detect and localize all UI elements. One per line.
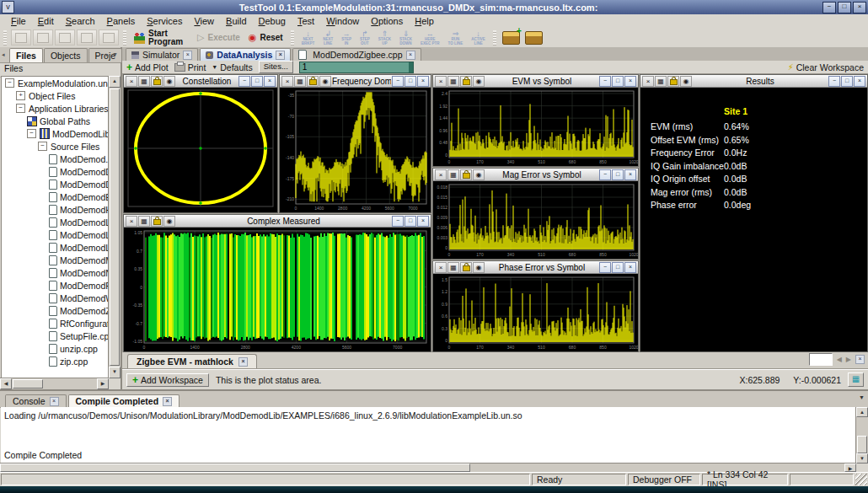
tab-close-icon[interactable]: × — [50, 397, 59, 406]
add-plot-button[interactable]: + Add Plot — [126, 62, 169, 72]
execute-button[interactable]: ▷ Execute — [193, 29, 244, 46]
panel-body[interactable]: 0.0180.0150.0120.0090.0060.0030017034051… — [433, 181, 638, 259]
workspace-tab-zigbee-evm[interactable]: Zigbee EVM - mathlock × — [127, 354, 257, 368]
x-tool-icon[interactable]: × — [126, 76, 137, 87]
panel-close-button[interactable]: × — [854, 76, 865, 87]
debug-active-line-button[interactable]: ↓ACTIVE LINE — [467, 29, 490, 46]
tree-item[interactable]: Global Paths — [2, 115, 108, 127]
debug-next-line-button[interactable]: ↲NEXT LINE — [319, 29, 337, 46]
scrollbar-thumb[interactable] — [0, 464, 470, 472]
workspace-close-button[interactable]: × — [855, 355, 865, 364]
panel-maximize-button[interactable]: □ — [612, 169, 624, 180]
collapse-icon[interactable]: − — [38, 142, 47, 151]
debug-stack-up-button[interactable]: ⇑STACK UP — [374, 29, 395, 46]
frequency-plot[interactable]: -35-70-105-140-175-210014002800420056007… — [280, 88, 431, 212]
panel-minimize-button[interactable]: − — [599, 262, 611, 273]
scrollbar-thumb[interactable] — [857, 436, 867, 453]
lock-tool-icon[interactable] — [460, 169, 472, 180]
menu-window[interactable]: Window — [320, 15, 365, 27]
tree-item[interactable]: ModDemodNs — [2, 266, 108, 279]
file-tool-icon-3[interactable] — [55, 29, 75, 46]
tree-item[interactable]: +Object Files — [2, 89, 108, 102]
console-vertical-scrollbar[interactable]: ▲ ▼ — [855, 407, 868, 464]
console-menu-button[interactable]: ▼ — [859, 394, 865, 400]
constellation-plot[interactable] — [124, 88, 277, 212]
archive-chest-icon[interactable] — [525, 31, 543, 45]
tree-item[interactable]: ModDemodEd — [2, 190, 108, 203]
scrollbar-track[interactable] — [470, 464, 844, 472]
collapse-icon[interactable]: − — [16, 104, 25, 113]
tree-item[interactable]: ModDemodDs — [2, 178, 108, 190]
lock-tool-icon[interactable] — [307, 76, 319, 87]
debug-step-in-button[interactable]: →STEP IN — [337, 29, 356, 46]
debug-run-to-line-button[interactable]: ⇒RUN TO LINE — [444, 29, 468, 46]
eye-tool-icon[interactable]: ◉ — [473, 262, 485, 273]
sidebar-vertical-scrollbar[interactable]: ▲ ▼ — [108, 76, 121, 378]
tab-dataanalysis[interactable]: DataAnalysis× — [200, 48, 291, 61]
tab-close-icon[interactable]: × — [163, 397, 172, 406]
sidebar-tabs-scroll-left[interactable]: ◂ — [2, 51, 5, 58]
grid-tool-icon[interactable]: ▦ — [655, 76, 667, 87]
panel-close-button[interactable]: × — [417, 76, 429, 87]
debug-stack-down-button[interactable]: ⇓STACK DOWN — [395, 29, 416, 46]
evm-plot[interactable]: 2.41.921.440.960.48001703405106808501020 — [433, 88, 638, 166]
panel-body[interactable]: 1.050.70.350-0.35-0.7-1.0501400280042005… — [124, 228, 431, 351]
tree-item[interactable]: −Source Files — [2, 140, 108, 153]
tree-item[interactable]: unzip.cpp — [2, 342, 108, 355]
grid-tool-icon[interactable]: ▦ — [138, 76, 150, 87]
tree-item[interactable]: ModDemodMa — [2, 254, 108, 266]
file-tool-icon-1[interactable] — [11, 29, 31, 46]
tree-item[interactable]: ModDemodLte — [2, 241, 108, 254]
menu-view[interactable]: View — [188, 15, 220, 27]
tab-simulator[interactable]: Simulator× — [126, 48, 198, 61]
tree-item[interactable]: −ModDemodLib — [2, 127, 108, 140]
panel-maximize-button[interactable]: □ — [612, 76, 624, 87]
panel-body[interactable]: -35-70-105-140-175-210014002800420056007… — [280, 88, 431, 212]
eye-tool-icon[interactable]: ◉ — [319, 76, 331, 87]
debug-next-brkpt-button[interactable]: ↓NEXT BRKPT — [297, 29, 319, 46]
app-icon[interactable]: v — [2, 1, 14, 13]
add-workspace-button[interactable]: + Add Workspace — [126, 373, 209, 387]
complex-plot[interactable]: 1.050.70.350-0.35-0.7-1.0501400280042005… — [124, 228, 431, 351]
tab-close-icon[interactable]: × — [406, 51, 415, 60]
menu-help[interactable]: Help — [409, 15, 440, 27]
panel-body[interactable]: 1.51.20.90.60.3001703405106808501020 — [433, 274, 638, 351]
collapse-icon[interactable]: − — [27, 129, 36, 138]
scroll-right-icon[interactable]: ▶ — [844, 464, 856, 472]
scroll-right-icon[interactable]: ▶ — [97, 378, 109, 389]
lock-tool-icon[interactable] — [460, 262, 472, 273]
scroll-down-icon[interactable]: ▼ — [109, 367, 121, 378]
x-tool-icon[interactable]: × — [281, 76, 293, 87]
plot-grid-toggle-button[interactable]: ▦ — [848, 372, 864, 387]
sidebar-horizontal-scrollbar[interactable]: ◀ ▶ — [0, 378, 109, 389]
expand-icon[interactable]: + — [16, 91, 25, 100]
debug-here-exec-ptr-button[interactable]: ↔HERE EXEC PTR — [416, 29, 444, 46]
x-tool-icon[interactable]: × — [435, 76, 447, 87]
panel-body[interactable]: 2.41.921.440.960.48001703405106808501020 — [433, 88, 638, 166]
print-button[interactable]: Print — [174, 62, 206, 72]
panel-close-button[interactable]: × — [417, 216, 429, 227]
file-tool-icon-5[interactable] — [99, 29, 119, 46]
panel-maximize-button[interactable]: □ — [405, 216, 416, 227]
eye-tool-icon[interactable]: ◉ — [473, 169, 485, 180]
defaults-button[interactable]: ▼ Defaults — [212, 62, 252, 72]
tree-item[interactable]: zip.cpp — [2, 355, 108, 367]
tree-item[interactable]: −ExampleModulation.una — [2, 77, 108, 89]
panel-maximize-button[interactable]: □ — [405, 76, 416, 87]
panel-maximize-button[interactable]: □ — [612, 262, 624, 273]
resize-grip[interactable] — [855, 474, 867, 485]
scrollbar-thumb[interactable] — [110, 88, 120, 366]
scrollbar-track[interactable] — [44, 378, 97, 389]
mag-plot[interactable]: 0.0180.0150.0120.0090.0060.0030017034051… — [433, 181, 638, 259]
workspace-tab-close-icon[interactable]: × — [238, 357, 248, 367]
grid-tool-icon[interactable]: ▦ — [447, 262, 459, 273]
archive-chest-add-icon[interactable]: + — [502, 31, 520, 45]
grid-tool-icon[interactable]: ▦ — [447, 76, 459, 87]
tab-scroll-right-button[interactable]: ▶ — [846, 356, 851, 363]
file-tool-icon-4[interactable] — [77, 29, 97, 46]
scrollbar-thumb[interactable] — [13, 379, 43, 389]
menu-options[interactable]: Options — [365, 15, 409, 27]
panel-close-button[interactable]: × — [264, 76, 276, 87]
tree-item[interactable]: ModDemod.cp — [2, 153, 108, 165]
file-tool-icon-2[interactable] — [33, 29, 53, 46]
